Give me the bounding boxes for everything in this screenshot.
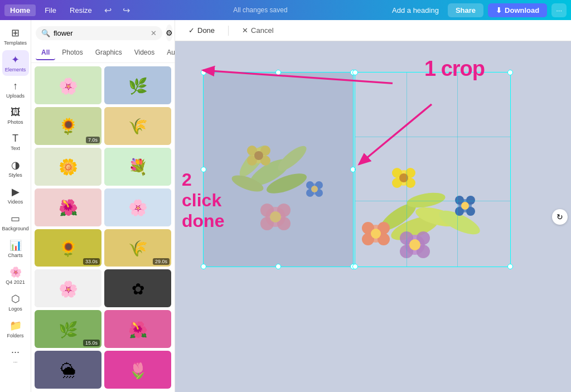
toolbar-divider (228, 26, 229, 36)
home-button[interactable]: Home (4, 4, 36, 16)
sidebar-item-more[interactable]: ······ (2, 343, 29, 368)
download-button[interactable]: ⬇ Download (488, 3, 547, 17)
sidebar-label-templates: Templates (4, 40, 27, 46)
sidebar-item-elements[interactable]: ✦Elements (2, 50, 29, 76)
crop-handle-tl[interactable] (201, 70, 206, 75)
sidebar-label-folders: Folders (7, 333, 23, 338)
sidebar-item-text[interactable]: TText (2, 129, 29, 154)
main-layout: ⊞Templates✦Elements↑Uploads🖼PhotosTText◑… (0, 20, 571, 392)
video-duration-badge: 15.0s (83, 340, 100, 346)
grid-line-h1 (355, 137, 510, 137)
grid-line-h2 (355, 201, 510, 201)
sidebar-item-folders[interactable]: 📁Folders (2, 316, 29, 342)
search-icon: 🔍 (41, 29, 50, 37)
filter-button[interactable]: ⚙ (166, 25, 173, 41)
list-item[interactable]: 🌾 (104, 107, 171, 145)
sidebar-item-charts[interactable]: 📊Charts (2, 236, 29, 262)
crop-done-button[interactable]: ✓ Done (184, 25, 219, 36)
sidebar-label-elements: Elements (5, 67, 26, 72)
list-item[interactable]: 🌻7.0s (35, 107, 101, 145)
tab-all[interactable]: All (36, 46, 55, 60)
grid-line-v1 (407, 72, 407, 267)
list-item[interactable]: ✿ (104, 269, 171, 307)
text-icon: T (12, 133, 18, 144)
crop-handle-ml[interactable] (201, 167, 206, 172)
sidebar-item-logos[interactable]: ⬡Logos (2, 289, 29, 315)
crop-handle-tl2[interactable] (352, 70, 358, 75)
styles-icon: ◑ (11, 159, 20, 171)
background-icon: ▭ (11, 212, 20, 225)
sidebar: ⊞Templates✦Elements↑Uploads🖼PhotosTText◑… (0, 20, 31, 392)
sidebar-label-q4-2021: Q4 2021 (6, 279, 25, 285)
list-item[interactable]: 🌷 (104, 351, 171, 389)
crop-left-overlay (203, 72, 354, 267)
file-button[interactable]: File (40, 4, 61, 16)
list-item[interactable]: 🌺 (104, 310, 171, 348)
sidebar-item-videos[interactable]: ▶Videos (2, 182, 29, 208)
tab-videos[interactable]: Videos (129, 46, 160, 60)
share-button[interactable]: Share (448, 3, 483, 17)
crop-handle-tm[interactable] (275, 70, 281, 75)
list-item[interactable]: 🌻33.0s (35, 229, 101, 267)
redo-button[interactable]: ↪ (119, 4, 133, 17)
folders-icon: 📁 (9, 320, 22, 332)
list-item[interactable]: 🌦 (35, 351, 101, 389)
crop-right-overlay (355, 72, 511, 267)
clear-search-icon[interactable]: ✕ (151, 29, 157, 37)
search-input[interactable] (54, 29, 147, 37)
sidebar-label-uploads: Uploads (6, 93, 25, 99)
canvas-area: ✓ Done ✕ Cancel (175, 20, 571, 392)
crop-handle-br2[interactable] (507, 264, 513, 269)
more-icon: ··· (11, 346, 20, 358)
list-item[interactable]: 🌸 (35, 269, 101, 307)
crop-cancel-button[interactable]: ✕ Cancel (238, 25, 278, 36)
list-item[interactable]: 🌿 (104, 66, 171, 104)
cancel-icon: ✕ (242, 26, 248, 35)
crop-handle-tr2[interactable] (507, 70, 513, 75)
photos-icon: 🖼 (11, 107, 21, 118)
uploads-icon: ↑ (13, 80, 18, 92)
search-bar: 🔍 ✕ ⚙ (31, 20, 175, 43)
list-item[interactable]: 🌺 (35, 188, 101, 226)
sidebar-label-logos: Logos (8, 306, 22, 312)
save-status: All changes saved (138, 6, 383, 14)
sidebar-label-more: ··· (13, 359, 18, 365)
sidebar-item-styles[interactable]: ◑Styles (2, 156, 29, 181)
list-item[interactable]: 🌸 (104, 188, 171, 226)
canvas-workspace[interactable]: ↻ 1 crop 2 click done (175, 41, 571, 392)
list-item[interactable]: 🌼 (35, 148, 101, 186)
sidebar-label-charts: Charts (8, 253, 23, 258)
tab-audio[interactable]: Audio (161, 46, 175, 60)
list-item[interactable]: 💐 (104, 148, 171, 186)
refresh-button[interactable]: ↻ (552, 209, 568, 225)
tabs-row: AllPhotosGraphicsVideosAudio (31, 43, 175, 63)
tab-photos[interactable]: Photos (56, 46, 88, 60)
sidebar-item-templates[interactable]: ⊞Templates (2, 23, 29, 49)
sidebar-label-styles: Styles (8, 172, 22, 178)
search-panel: 🔍 ✕ ⚙ AllPhotosGraphicsVideosAudio 🌸🌿🌻7.… (31, 20, 175, 392)
sidebar-label-videos: Videos (8, 199, 23, 205)
topbar: Home File Resize ↩ ↪ All changes saved A… (0, 0, 571, 20)
video-duration-badge: 29.0s (153, 258, 170, 265)
logos-icon: ⬡ (11, 293, 20, 305)
more-options-button[interactable]: ··· (551, 3, 567, 17)
crop-handle-bm[interactable] (275, 264, 281, 269)
sidebar-item-q4-2021[interactable]: 🌸Q4 2021 (2, 263, 29, 288)
list-item[interactable]: 🌿15.0s (35, 310, 101, 348)
crop-toolbar: ✓ Done ✕ Cancel (175, 20, 571, 41)
undo-button[interactable]: ↩ (101, 4, 115, 17)
crop-handle-bl2[interactable] (352, 264, 358, 269)
sidebar-item-background[interactable]: ▭Background (2, 209, 29, 235)
video-duration-badge: 33.0s (83, 258, 100, 265)
sidebar-item-uploads[interactable]: ↑Uploads (2, 77, 29, 102)
download-icon: ⬇ (496, 6, 502, 14)
tab-graphics[interactable]: Graphics (90, 46, 128, 60)
resize-button[interactable]: Resize (65, 4, 96, 16)
topbar-right: Add a heading Share ⬇ Download ··· (388, 3, 567, 17)
crop-handle-bl[interactable] (201, 264, 206, 269)
sidebar-item-photos[interactable]: 🖼Photos (2, 103, 29, 128)
add-heading-button[interactable]: Add a heading (388, 4, 443, 17)
list-item[interactable]: 🌸 (35, 66, 101, 104)
list-item[interactable]: 🌾29.0s (104, 229, 171, 267)
sidebar-label-background: Background (2, 226, 28, 231)
